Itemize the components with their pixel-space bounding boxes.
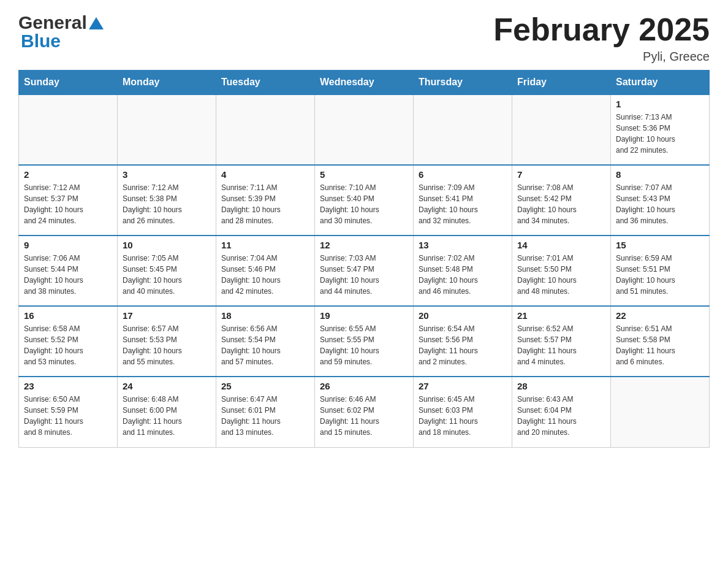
day-info: Sunrise: 6:47 AM Sunset: 6:01 PM Dayligh… [221,394,309,438]
calendar-cell: 1Sunrise: 7:13 AM Sunset: 5:36 PM Daylig… [611,94,710,165]
calendar-cell: 16Sunrise: 6:58 AM Sunset: 5:52 PM Dayli… [19,306,118,377]
day-info: Sunrise: 7:01 AM Sunset: 5:50 PM Dayligh… [517,253,605,297]
day-number: 26 [320,381,408,391]
day-number: 14 [517,240,605,250]
day-number: 5 [320,169,408,180]
day-number: 16 [24,310,112,321]
day-number: 24 [123,381,211,391]
day-number: 13 [419,240,507,250]
calendar-cell: 28Sunrise: 6:43 AM Sunset: 6:04 PM Dayli… [512,377,611,447]
calendar-cell: 5Sunrise: 7:10 AM Sunset: 5:40 PM Daylig… [315,165,414,236]
calendar-cell: 15Sunrise: 6:59 AM Sunset: 5:51 PM Dayli… [611,236,710,306]
day-number: 2 [24,169,112,180]
calendar-cell: 18Sunrise: 6:56 AM Sunset: 5:54 PM Dayli… [216,306,315,377]
day-number: 7 [517,169,605,180]
day-info: Sunrise: 6:46 AM Sunset: 6:02 PM Dayligh… [320,394,408,438]
day-info: Sunrise: 6:48 AM Sunset: 6:00 PM Dayligh… [123,394,211,438]
day-info: Sunrise: 7:06 AM Sunset: 5:44 PM Dayligh… [24,253,112,297]
day-info: Sunrise: 7:09 AM Sunset: 5:41 PM Dayligh… [419,182,507,226]
calendar-cell [216,94,315,165]
day-of-week-header: Friday [512,71,611,95]
day-info: Sunrise: 7:12 AM Sunset: 5:37 PM Dayligh… [24,182,112,226]
day-number: 4 [221,169,309,180]
calendar-cell: 22Sunrise: 6:51 AM Sunset: 5:58 PM Dayli… [611,306,710,377]
day-info: Sunrise: 6:52 AM Sunset: 5:57 PM Dayligh… [517,323,605,367]
calendar-cell: 9Sunrise: 7:06 AM Sunset: 5:44 PM Daylig… [19,236,118,306]
day-info: Sunrise: 7:02 AM Sunset: 5:48 PM Dayligh… [419,253,507,297]
day-number: 21 [517,310,605,321]
day-number: 9 [24,240,112,250]
calendar-cell: 8Sunrise: 7:07 AM Sunset: 5:43 PM Daylig… [611,165,710,236]
calendar-cell: 14Sunrise: 7:01 AM Sunset: 5:50 PM Dayli… [512,236,611,306]
calendar-week-row: 16Sunrise: 6:58 AM Sunset: 5:52 PM Dayli… [19,306,710,377]
logo: General Blue [18,12,104,52]
calendar-cell: 10Sunrise: 7:05 AM Sunset: 5:45 PM Dayli… [118,236,216,306]
calendar-cell [118,94,216,165]
day-of-week-header: Thursday [414,71,512,95]
calendar-cell: 7Sunrise: 7:08 AM Sunset: 5:42 PM Daylig… [512,165,611,236]
day-number: 27 [419,381,507,391]
calendar-cell: 13Sunrise: 7:02 AM Sunset: 5:48 PM Dayli… [414,236,512,306]
calendar-cell: 2Sunrise: 7:12 AM Sunset: 5:37 PM Daylig… [19,165,118,236]
day-number: 18 [221,310,309,321]
calendar-header-row: SundayMondayTuesdayWednesdayThursdayFrid… [19,71,710,95]
calendar-cell: 6Sunrise: 7:09 AM Sunset: 5:41 PM Daylig… [414,165,512,236]
calendar-week-row: 9Sunrise: 7:06 AM Sunset: 5:44 PM Daylig… [19,236,710,306]
calendar-cell: 25Sunrise: 6:47 AM Sunset: 6:01 PM Dayli… [216,377,315,447]
day-info: Sunrise: 7:12 AM Sunset: 5:38 PM Dayligh… [123,182,211,226]
calendar-table: SundayMondayTuesdayWednesdayThursdayFrid… [18,70,710,448]
day-info: Sunrise: 6:58 AM Sunset: 5:52 PM Dayligh… [24,323,112,367]
day-number: 23 [24,381,112,391]
calendar-cell [512,94,611,165]
day-info: Sunrise: 6:54 AM Sunset: 5:56 PM Dayligh… [419,323,507,367]
calendar-cell: 23Sunrise: 6:50 AM Sunset: 5:59 PM Dayli… [19,377,118,447]
day-number: 11 [221,240,309,250]
location-label: Pyli, Greece [493,50,710,64]
day-info: Sunrise: 7:08 AM Sunset: 5:42 PM Dayligh… [517,182,605,226]
day-number: 1 [616,99,704,109]
calendar-cell [611,377,710,447]
day-info: Sunrise: 6:45 AM Sunset: 6:03 PM Dayligh… [419,394,507,438]
day-number: 6 [419,169,507,180]
calendar-week-row: 2Sunrise: 7:12 AM Sunset: 5:37 PM Daylig… [19,165,710,236]
calendar-cell: 12Sunrise: 7:03 AM Sunset: 5:47 PM Dayli… [315,236,414,306]
day-info: Sunrise: 6:56 AM Sunset: 5:54 PM Dayligh… [221,323,309,367]
calendar-cell [414,94,512,165]
calendar-cell: 17Sunrise: 6:57 AM Sunset: 5:53 PM Dayli… [118,306,216,377]
calendar-cell: 27Sunrise: 6:45 AM Sunset: 6:03 PM Dayli… [414,377,512,447]
day-info: Sunrise: 6:55 AM Sunset: 5:55 PM Dayligh… [320,323,408,367]
calendar-cell: 19Sunrise: 6:55 AM Sunset: 5:55 PM Dayli… [315,306,414,377]
day-number: 8 [616,169,704,180]
day-info: Sunrise: 7:04 AM Sunset: 5:46 PM Dayligh… [221,253,309,297]
day-info: Sunrise: 7:07 AM Sunset: 5:43 PM Dayligh… [616,182,704,226]
calendar-cell: 3Sunrise: 7:12 AM Sunset: 5:38 PM Daylig… [118,165,216,236]
logo-blue-text: Blue [18,31,61,52]
calendar-cell [19,94,118,165]
calendar-cell: 20Sunrise: 6:54 AM Sunset: 5:56 PM Dayli… [414,306,512,377]
day-of-week-header: Tuesday [216,71,315,95]
page-header: General Blue February 2025 Pyli, Greece [18,12,710,64]
day-number: 28 [517,381,605,391]
day-info: Sunrise: 6:43 AM Sunset: 6:04 PM Dayligh… [517,394,605,438]
day-number: 10 [123,240,211,250]
day-of-week-header: Wednesday [315,71,414,95]
calendar-cell: 4Sunrise: 7:11 AM Sunset: 5:39 PM Daylig… [216,165,315,236]
day-number: 17 [123,310,211,321]
logo-general-text: General [18,12,87,33]
day-number: 25 [221,381,309,391]
day-info: Sunrise: 7:05 AM Sunset: 5:45 PM Dayligh… [123,253,211,297]
day-number: 20 [419,310,507,321]
logo-triangle-icon [89,17,104,29]
day-of-week-header: Sunday [19,71,118,95]
day-of-week-header: Saturday [611,71,710,95]
calendar-cell: 11Sunrise: 7:04 AM Sunset: 5:46 PM Dayli… [216,236,315,306]
calendar-week-row: 23Sunrise: 6:50 AM Sunset: 5:59 PM Dayli… [19,377,710,447]
calendar-cell: 26Sunrise: 6:46 AM Sunset: 6:02 PM Dayli… [315,377,414,447]
day-info: Sunrise: 7:10 AM Sunset: 5:40 PM Dayligh… [320,182,408,226]
day-info: Sunrise: 6:51 AM Sunset: 5:58 PM Dayligh… [616,323,704,367]
day-info: Sunrise: 7:13 AM Sunset: 5:36 PM Dayligh… [616,112,704,156]
day-info: Sunrise: 6:50 AM Sunset: 5:59 PM Dayligh… [24,394,112,438]
day-info: Sunrise: 6:57 AM Sunset: 5:53 PM Dayligh… [123,323,211,367]
calendar-cell: 21Sunrise: 6:52 AM Sunset: 5:57 PM Dayli… [512,306,611,377]
calendar-cell [315,94,414,165]
